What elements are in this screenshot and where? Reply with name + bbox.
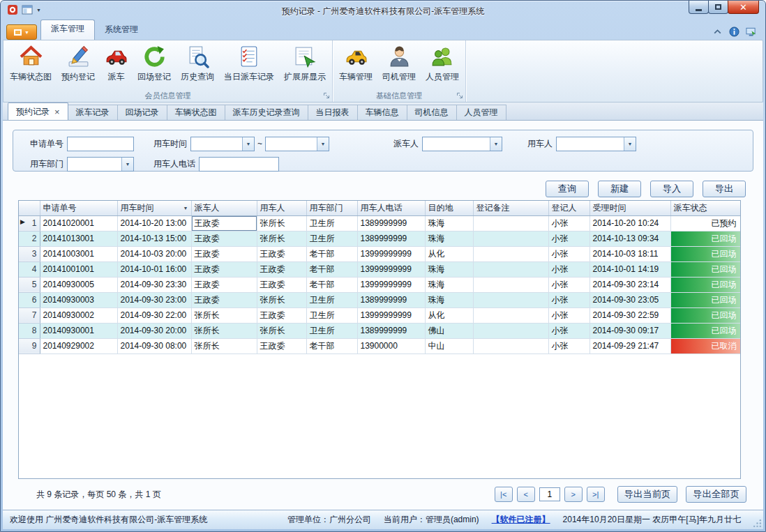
toolbar-button-extended-screen[interactable]: 扩展屏显示 — [279, 42, 331, 89]
cell[interactable]: 小张 — [548, 292, 589, 307]
row-marker[interactable]: ▶1 — [19, 215, 40, 231]
cell[interactable]: 2014-10-13 09:34 — [589, 231, 670, 246]
collapse-ribbon-icon[interactable] — [712, 26, 723, 37]
cell[interactable]: 20140930002 — [40, 307, 117, 323]
search-input-phone[interactable] — [199, 157, 279, 172]
table-row[interactable]: 5201409300052014-09-30 23:30王政委王政委老干部139… — [19, 277, 740, 292]
status-cell[interactable]: 已回场 — [670, 246, 740, 261]
doc-tab-daily-report[interactable]: 当日报表 — [308, 105, 358, 120]
toolbar-button-dispatch[interactable]: 派车 — [100, 42, 133, 89]
cell[interactable]: 2014-10-03 20:00 — [117, 246, 191, 261]
cell[interactable]: 王政委 — [257, 338, 306, 354]
doc-tab-driver-info[interactable]: 司机信息 — [407, 105, 457, 120]
query-button[interactable]: 查询 — [546, 181, 589, 197]
cell[interactable]: 珠海 — [425, 261, 473, 277]
chevron-down-icon[interactable]: ▼ — [121, 158, 133, 171]
cell[interactable]: 张所长 — [191, 307, 257, 323]
cell[interactable]: 小张 — [548, 323, 589, 338]
status-cell[interactable]: 已回场 — [670, 277, 740, 292]
cell[interactable]: 20140929002 — [40, 338, 117, 354]
cell[interactable]: 珠海 — [425, 292, 473, 307]
doc-tab-return-records[interactable]: 回场记录 — [117, 105, 167, 120]
cell[interactable]: 从化 — [425, 246, 473, 261]
cell[interactable]: 张所长 — [257, 323, 306, 338]
toolbar-button-personnel-manage[interactable]: 人员管理 — [421, 42, 464, 89]
cell[interactable]: 2014-09-30 23:30 — [117, 277, 191, 292]
cell[interactable]: 卫生所 — [306, 323, 357, 338]
column-header-4[interactable]: 用车部门 — [306, 201, 357, 215]
status-cell[interactable]: 已预约 — [670, 215, 740, 231]
cell[interactable]: 13999999999 — [357, 307, 425, 323]
cell[interactable]: 2014-09-30 22:00 — [117, 307, 191, 323]
close-button[interactable]: ✕ — [728, 1, 759, 14]
status-cell[interactable]: 已取消 — [670, 338, 740, 354]
search-combo-user[interactable]: ▼ — [556, 137, 636, 151]
cell[interactable]: 王政委 — [191, 246, 257, 261]
cell[interactable]: 2014-09-30 23:14 — [589, 277, 670, 292]
sort-descending-icon[interactable]: ▼ — [183, 206, 188, 211]
cell[interactable]: 珠海 — [425, 231, 473, 246]
row-marker[interactable]: 2 — [19, 231, 40, 246]
column-header-5[interactable]: 用车人电话 — [357, 201, 425, 215]
cell[interactable]: 2014-10-20 10:24 — [589, 215, 670, 231]
toolbar-button-reservation-register[interactable]: 预约登记 — [57, 42, 100, 89]
cell[interactable]: 珠海 — [425, 277, 473, 292]
cell[interactable]: 王政委 — [257, 261, 306, 277]
toolbar-button-vehicle-status-chart[interactable]: 车辆状态图 — [5, 42, 57, 89]
row-marker[interactable]: 6 — [19, 292, 40, 307]
close-tab-icon[interactable]: × — [54, 107, 60, 116]
cell[interactable]: 张所长 — [191, 323, 257, 338]
cell[interactable]: 20141001001 — [40, 261, 117, 277]
status-cell[interactable]: 已回场 — [670, 261, 740, 277]
cell[interactable]: 2014-10-20 13:00 — [117, 215, 191, 231]
chevron-down-icon[interactable]: ▼ — [624, 137, 636, 151]
cell[interactable]: 1389999999 — [357, 292, 425, 307]
cell[interactable]: 张所长 — [257, 215, 306, 231]
cell[interactable]: 小张 — [548, 277, 589, 292]
cell[interactable] — [473, 215, 548, 231]
cell[interactable]: 小张 — [548, 246, 589, 261]
cell[interactable]: 2014-09-30 08:00 — [117, 338, 191, 354]
cell[interactable]: 老干部 — [306, 338, 357, 354]
first-page-button[interactable]: |< — [495, 487, 513, 502]
cell[interactable]: 13999999999 — [357, 246, 425, 261]
titlebar[interactable]: ▼ 预约记录 - 广州爱奇迪软件科技有限公司-派车管理系统 ✕ — [1, 1, 765, 22]
cell[interactable]: 卫生所 — [306, 307, 357, 323]
cell[interactable]: 王政委 — [191, 231, 257, 246]
column-header-1[interactable]: 用车时间▼ — [117, 201, 191, 215]
cell[interactable]: 2014-09-30 09:17 — [589, 323, 670, 338]
column-header-3[interactable]: 用车人 — [257, 201, 306, 215]
cell[interactable]: 卫生所 — [306, 231, 357, 246]
cell[interactable]: 2014-09-30 20:00 — [117, 323, 191, 338]
cell[interactable]: 1389999999 — [357, 323, 425, 338]
export-button[interactable]: 导出 — [703, 181, 746, 197]
column-header-10[interactable]: 派车状态 — [670, 201, 740, 215]
search-combo-department[interactable]: ▼ — [67, 157, 134, 172]
row-marker[interactable]: 4 — [19, 261, 40, 277]
last-page-button[interactable]: >| — [587, 487, 605, 502]
cell[interactable]: 20141003001 — [40, 246, 117, 261]
table-row[interactable]: 9201409290022014-09-30 08:00张所长王政委老干部139… — [19, 338, 740, 354]
cell[interactable]: 老干部 — [306, 246, 357, 261]
cell[interactable]: 2014-10-03 18:11 — [589, 246, 670, 261]
cell[interactable]: 13900000 — [357, 338, 425, 354]
column-header-8[interactable]: 登记人 — [548, 201, 589, 215]
doc-tab-personnel-manage[interactable]: 人员管理 — [456, 105, 506, 120]
cell[interactable]: 小张 — [548, 215, 589, 231]
cell[interactable] — [473, 292, 548, 307]
cell[interactable] — [473, 277, 548, 292]
table-row[interactable]: 2201410130012014-10-13 15:00王政委张所长卫生所138… — [19, 231, 740, 246]
cell[interactable]: 佛山 — [425, 323, 473, 338]
doc-tab-reservation-records[interactable]: 预约记录× — [8, 102, 68, 120]
cell[interactable]: 2014-10-13 15:00 — [117, 231, 191, 246]
table-row[interactable]: ▶1201410200012014-10-20 13:00王政委张所长卫生所13… — [19, 215, 740, 231]
toolbar-button-return-register[interactable]: 回场登记 — [133, 42, 176, 89]
status-cell[interactable]: 已回场 — [670, 307, 740, 323]
cell[interactable]: 老干部 — [306, 277, 357, 292]
column-header-7[interactable]: 登记备注 — [473, 201, 548, 215]
cell[interactable]: 王政委 — [191, 277, 257, 292]
export-current-page-button[interactable]: 导出当前页 — [617, 486, 678, 503]
cell[interactable]: 王政委 — [191, 292, 257, 307]
cell[interactable]: 王政委 — [257, 277, 306, 292]
resize-grip-icon[interactable] — [753, 519, 762, 528]
